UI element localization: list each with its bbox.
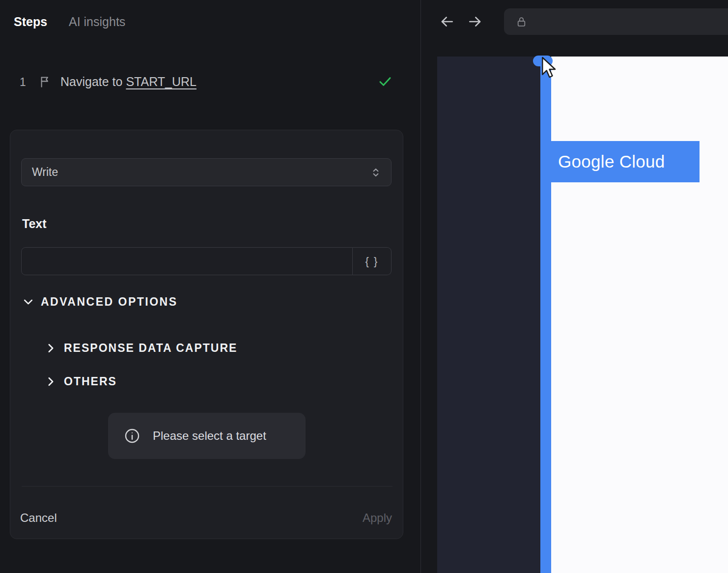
others-toggle[interactable]: OTHERS: [45, 375, 117, 388]
footer-divider: [22, 486, 392, 487]
app-window: Steps AI insights 1 Navigate to START_UR…: [0, 0, 728, 573]
browser-viewport: Google Cloud: [421, 43, 728, 573]
chevron-right-icon: [45, 342, 57, 354]
page-dark-column: [437, 57, 540, 573]
url-bar[interactable]: [504, 8, 728, 35]
chevron-right-icon: [45, 375, 57, 388]
chevron-down-icon: [22, 296, 34, 308]
step-row[interactable]: 1 Navigate to START_URL: [0, 68, 421, 97]
insert-variable-button[interactable]: { }: [353, 247, 392, 275]
action-type-select[interactable]: Write: [21, 158, 392, 186]
advanced-options-toggle[interactable]: ADVANCED OPTIONS: [22, 295, 178, 309]
chevron-up-down-icon: [369, 166, 382, 179]
advanced-options-label: ADVANCED OPTIONS: [41, 295, 178, 309]
select-target-toast: Please select a target: [108, 413, 306, 459]
info-icon: [124, 428, 140, 444]
apply-button[interactable]: Apply: [363, 511, 392, 525]
success-check-icon: [377, 74, 393, 89]
start-url-link[interactable]: START_URL: [126, 75, 196, 88]
tab-steps[interactable]: Steps: [14, 0, 47, 43]
step-number: 1: [20, 76, 26, 89]
step-title-prefix: Navigate to: [60, 75, 126, 88]
action-type-value: Write: [32, 166, 369, 179]
cursor-pointer-icon: [541, 57, 557, 78]
text-field-label: Text: [22, 217, 47, 231]
selection-highlight-strip: [540, 57, 551, 573]
others-label: OTHERS: [64, 375, 117, 388]
step-editor-card: Write Text { } ADVANCED OPTIONS: [10, 130, 403, 539]
cancel-button[interactable]: Cancel: [20, 511, 57, 525]
tab-ai-insights[interactable]: AI insights: [69, 0, 125, 43]
text-input-group: { }: [21, 247, 392, 275]
toast-message: Please select a target: [153, 429, 266, 443]
text-input[interactable]: [21, 247, 353, 275]
google-cloud-header[interactable]: Google Cloud: [540, 141, 700, 182]
lock-icon: [515, 16, 528, 28]
back-button[interactable]: [439, 14, 455, 29]
steps-panel: Steps AI insights 1 Navigate to START_UR…: [0, 0, 421, 573]
flag-icon: [39, 75, 52, 88]
response-data-capture-toggle[interactable]: RESPONSE DATA CAPTURE: [45, 342, 237, 355]
google-cloud-label: Google Cloud: [558, 152, 665, 172]
response-data-capture-label: RESPONSE DATA CAPTURE: [64, 342, 237, 355]
step-title: Navigate to START_URL: [60, 75, 196, 89]
browser-toolbar: [421, 0, 728, 43]
page-background: [551, 57, 728, 573]
forward-button[interactable]: [467, 14, 483, 29]
